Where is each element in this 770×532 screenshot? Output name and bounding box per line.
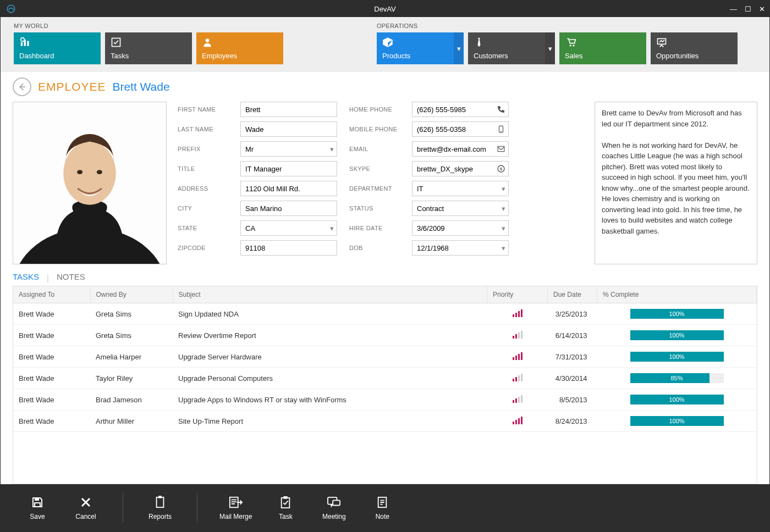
tile-products[interactable]: Products▾ <box>377 32 464 64</box>
input-department[interactable] <box>412 181 509 196</box>
priority-bars-icon <box>513 331 522 339</box>
label-title: TITLE <box>178 165 235 172</box>
svg-point-13 <box>77 170 82 174</box>
label-department: DEPARTMENT <box>349 185 406 192</box>
tile-opportunities[interactable]: Opportunities <box>651 32 738 64</box>
tile-tasks[interactable]: Tasks <box>105 32 192 64</box>
save-button[interactable]: Save <box>23 495 52 520</box>
label-city: CITY <box>178 205 235 212</box>
tie-icon <box>474 37 542 48</box>
input-state[interactable] <box>240 220 337 236</box>
label-mobile_phone: MOBILE PHONE <box>349 126 406 132</box>
mail_merge-button[interactable]: Mail Merge <box>219 495 252 520</box>
label-last_name: LAST NAME <box>178 126 235 132</box>
cancel-button[interactable]: Cancel <box>71 495 101 520</box>
tab-tasks[interactable]: TASKS <box>13 272 39 284</box>
back-button[interactable] <box>13 77 31 96</box>
label-dob: DOB <box>349 245 406 251</box>
input-address[interactable] <box>240 181 337 196</box>
cart-icon <box>565 37 641 48</box>
col-due[interactable]: Due Date <box>548 286 597 303</box>
svg-rect-21 <box>35 503 40 507</box>
priority-bars-icon <box>513 309 522 317</box>
input-mobile_phone[interactable] <box>412 121 509 137</box>
window-title: DevAV <box>374 5 396 13</box>
priority-bars-icon <box>513 352 522 360</box>
maximize-button[interactable]: ☐ <box>745 5 751 13</box>
footer-label: Reports <box>148 513 172 520</box>
svg-rect-28 <box>333 500 340 505</box>
phone-icon[interactable] <box>496 104 507 115</box>
svg-rect-17 <box>498 146 504 151</box>
col-complete[interactable]: % Complete <box>597 286 757 303</box>
input-status[interactable] <box>412 201 509 216</box>
svg-point-8 <box>573 45 574 46</box>
input-last_name[interactable] <box>240 121 337 137</box>
table-row[interactable]: Brett WadeGreta SimsSign Updated NDA3/25… <box>13 303 757 325</box>
col-owned[interactable]: Owned By <box>90 286 173 303</box>
table-row[interactable]: Brett WadeTaylor RileyUpgrade Personal C… <box>13 368 757 389</box>
chevron-down-icon[interactable]: ▾ <box>454 32 464 64</box>
cancel-icon <box>79 495 92 509</box>
col-priority[interactable]: Priority <box>487 286 548 303</box>
input-prefix[interactable] <box>240 141 337 157</box>
tile-dashboard[interactable]: Dashboard <box>14 32 101 64</box>
chart-icon <box>19 37 95 48</box>
input-zipcode[interactable] <box>240 240 337 256</box>
input-first_name[interactable] <box>240 102 337 117</box>
tile-sales[interactable]: Sales <box>559 32 646 64</box>
table-row[interactable]: Brett WadeArthur MillerSite Up-Time Repo… <box>13 411 757 432</box>
note-icon <box>376 495 388 509</box>
progress-bar: 100% <box>630 330 724 340</box>
employee-photo <box>13 102 167 264</box>
app-icon <box>6 4 16 14</box>
checklist-icon <box>111 37 186 48</box>
mobile-icon[interactable] <box>496 124 507 135</box>
table-row[interactable]: Brett WadeAmelia HarperUpgrade Server Ha… <box>13 346 757 368</box>
col-subject[interactable]: Subject <box>173 286 487 303</box>
tile-label: Customers <box>474 52 542 60</box>
tile-employees[interactable]: Employees <box>196 32 283 64</box>
ribbon-group-label: OPERATIONS <box>377 23 738 29</box>
arrow-left-icon <box>17 82 27 92</box>
chevron-down-icon[interactable]: ▾ <box>545 32 555 64</box>
svg-point-6 <box>206 38 210 42</box>
table-row[interactable]: Brett WadeBrad JamesonUpgrade Apps to Wi… <box>13 389 757 411</box>
svg-point-4 <box>21 38 25 42</box>
svg-rect-1 <box>21 42 23 46</box>
minimize-button[interactable]: — <box>730 5 737 13</box>
reports-icon <box>154 495 166 509</box>
label-skype: SKYPE <box>349 165 406 172</box>
svg-rect-20 <box>35 498 39 501</box>
input-title[interactable] <box>240 161 337 176</box>
col-assigned[interactable]: Assigned To <box>13 286 90 303</box>
box-icon <box>382 37 450 48</box>
label-address: ADDRESS <box>178 185 235 192</box>
page-title: EMPLOYEE Brett Wade <box>38 80 170 93</box>
svg-rect-25 <box>282 498 290 508</box>
label-prefix: PREFIX <box>178 146 235 152</box>
footer-label: Task <box>279 513 293 520</box>
mail-icon[interactable] <box>496 143 507 154</box>
meeting-button[interactable]: Meeting <box>319 495 349 520</box>
input-email[interactable] <box>412 141 509 157</box>
close-button[interactable]: ✕ <box>759 5 765 13</box>
task-button[interactable]: Task <box>271 495 300 520</box>
input-skype[interactable] <box>412 161 509 176</box>
progress-bar: 85% <box>630 373 724 383</box>
tab-notes[interactable]: NOTES <box>57 272 85 284</box>
tasks-grid: Assigned ToOwned BySubjectPriorityDue Da… <box>13 286 757 484</box>
input-hire_date[interactable] <box>412 220 509 236</box>
input-home_phone[interactable] <box>412 102 509 117</box>
tile-customers[interactable]: Customers▾ <box>468 32 555 64</box>
label-home_phone: HOME PHONE <box>349 106 406 113</box>
svg-rect-3 <box>27 41 29 46</box>
input-city[interactable] <box>240 201 337 216</box>
input-dob[interactable] <box>412 240 509 256</box>
note-button[interactable]: Note <box>367 495 397 520</box>
table-row[interactable]: Brett WadeGreta SimsReview Overtime Repo… <box>13 325 757 346</box>
footer-label: Cancel <box>75 513 96 520</box>
svg-point-0 <box>7 5 15 13</box>
reports-button[interactable]: Reports <box>145 495 175 520</box>
skype-icon[interactable]: S <box>496 163 507 174</box>
